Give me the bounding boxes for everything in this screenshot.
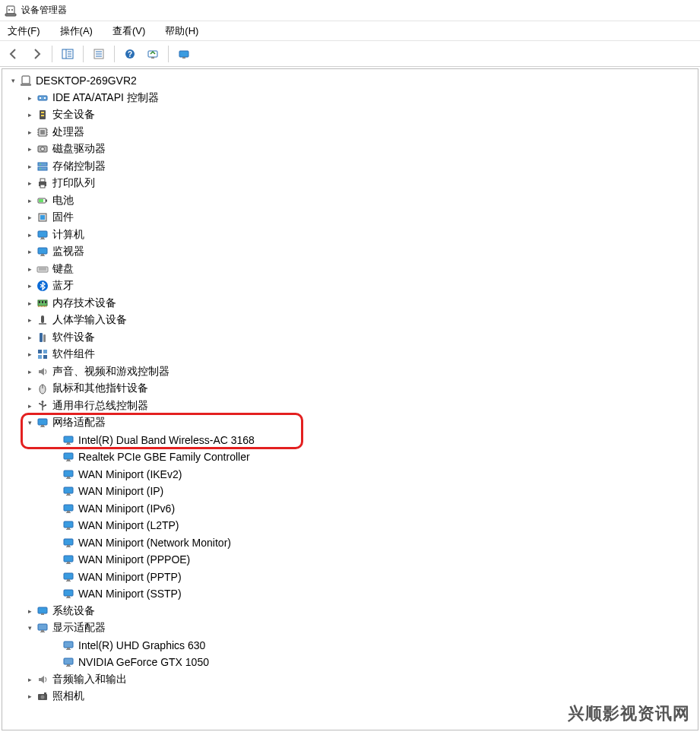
tree-node[interactable]: ▸ 计算机 — [2, 227, 698, 244]
tree-node[interactable]: WAN Miniport (PPTP) — [2, 569, 698, 586]
menu-help[interactable]: 帮助(H) — [162, 23, 201, 40]
expand-network[interactable]: ▾ — [24, 417, 36, 429]
computer-icon — [36, 229, 49, 241]
tree-node[interactable]: ▸ 内存技术设备 — [2, 295, 698, 312]
tree-node[interactable]: ▸ 键盘 — [2, 261, 698, 278]
network-item-label: WAN Miniport (IP) — [78, 485, 163, 497]
storage-icon — [36, 160, 49, 173]
tree-node[interactable]: WAN Miniport (IPv6) — [2, 500, 698, 518]
expand-swdev[interactable]: ▸ — [24, 331, 36, 344]
expand-keyboard[interactable]: ▸ — [24, 263, 36, 275]
expand-system-devices[interactable]: ▸ — [24, 605, 36, 617]
toolbar-separator — [83, 46, 84, 62]
tree-node[interactable]: ▸ 软件设备 — [2, 329, 698, 347]
firmware-icon — [36, 211, 49, 223]
tree-node[interactable]: Intel(R) Dual Band Wireless-AC 3168 — [2, 432, 698, 449]
expand-swcomp[interactable]: ▸ — [24, 348, 36, 360]
tree-node[interactable]: WAN Miniport (PPPOE) — [2, 551, 698, 569]
network-adapter-icon — [62, 468, 75, 480]
expand-disk[interactable]: ▸ — [24, 143, 36, 155]
network-item-label: WAN Miniport (L2TP) — [78, 519, 179, 531]
tree-node[interactable]: ▸ 通用串行总线控制器 — [2, 398, 698, 415]
update-driver-button[interactable] — [173, 43, 195, 65]
tree-node[interactable]: ▾ 显示适配器 — [2, 620, 698, 637]
category-label: 打印队列 — [52, 176, 95, 190]
forward-button[interactable] — [26, 43, 47, 65]
network-adapter-icon — [62, 502, 75, 515]
expand-battery[interactable]: ▸ — [24, 195, 36, 207]
tree-node[interactable]: ▸ 监视器 — [2, 243, 698, 261]
tree-node[interactable]: WAN Miniport (L2TP) — [2, 517, 698, 534]
tree-node[interactable]: ▸ 蓝牙 — [2, 277, 698, 295]
category-label: 磁盘驱动器 — [52, 142, 106, 156]
menu-action[interactable]: 操作(A) — [57, 23, 96, 40]
expand-audio[interactable]: ▸ — [24, 366, 36, 378]
tree-node[interactable]: ▸ 固件 — [2, 209, 698, 227]
svg-point-3 — [11, 9, 13, 11]
category-label: 软件组件 — [52, 347, 95, 361]
tree-node[interactable]: ▸ 存储控制器 — [2, 158, 698, 176]
tree-node[interactable]: ▸ 安全设备 — [2, 106, 698, 124]
tree-node[interactable]: ▸ 音频输入和输出 — [2, 671, 698, 689]
expand-ide[interactable]: ▸ — [24, 92, 36, 104]
expand-computer[interactable]: ▾ — [7, 74, 19, 87]
svg-rect-18 — [182, 57, 185, 59]
tree-node[interactable]: Realtek PCIe GBE Family Controller — [2, 448, 698, 466]
hid-icon — [36, 314, 49, 326]
category-label: 处理器 — [52, 125, 84, 139]
tree-node[interactable]: ▸ 人体学输入设备 — [2, 312, 698, 329]
tree-node[interactable]: WAN Miniport (IP) — [2, 483, 698, 500]
tree-node[interactable]: ▾ 网络适配器 — [2, 414, 698, 432]
expand-mouse[interactable]: ▸ — [24, 382, 36, 395]
menu-file[interactable]: 文件(F) — [5, 23, 43, 40]
tree-node[interactable]: ▸ 声音、视频和游戏控制器 — [2, 363, 698, 381]
category-label: 键盘 — [52, 262, 74, 276]
expand-display-adapters[interactable]: ▾ — [24, 622, 36, 634]
expand-memory[interactable]: ▸ — [24, 297, 36, 309]
tree-node[interactable]: ▸ IDE ATA/ATAPI 控制器 — [2, 90, 698, 107]
expand-firmware[interactable]: ▸ — [24, 211, 36, 223]
tree-node[interactable]: ▸ 鼠标和其他指针设备 — [2, 380, 698, 398]
properties-button[interactable] — [88, 43, 109, 65]
expand-hid[interactable]: ▸ — [24, 314, 36, 326]
tree-node[interactable]: WAN Miniport (IKEv2) — [2, 466, 698, 483]
svg-rect-0 — [7, 6, 14, 14]
expand-monitor[interactable]: ▸ — [24, 246, 36, 258]
expand-security[interactable]: ▸ — [24, 109, 36, 121]
display-adapter-icon — [62, 639, 75, 651]
scan-hardware-button[interactable] — [142, 43, 163, 65]
svg-rect-1 — [5, 14, 16, 16]
tree-node[interactable]: ▸ 处理器 — [2, 124, 698, 141]
expand-cpu[interactable]: ▸ — [24, 126, 36, 138]
expand-storage[interactable]: ▸ — [24, 160, 36, 173]
network-item-label: WAN Miniport (PPPOE) — [78, 553, 190, 566]
tree-node[interactable]: ▸ 打印队列 — [2, 175, 698, 192]
print-icon — [36, 177, 49, 189]
tree-node[interactable]: WAN Miniport (SSTP) — [2, 585, 698, 603]
tree-node[interactable]: ▸ 系统设备 — [2, 603, 698, 620]
mouse-icon — [36, 382, 49, 395]
tree-node[interactable]: ▸ 磁盘驱动器 — [2, 141, 698, 158]
back-button[interactable] — [3, 43, 24, 65]
expand-computer[interactable]: ▸ — [24, 229, 36, 241]
tree-node[interactable]: ▾ DESKTOP-269GVR2 — [2, 72, 698, 90]
menu-bar: 文件(F) 操作(A) 查看(V) 帮助(H) — [0, 21, 700, 41]
tree-node[interactable]: NVIDIA GeForce GTX 1050 — [2, 654, 698, 671]
tree-node[interactable]: ▸ 软件组件 — [2, 346, 698, 363]
expand-usb[interactable]: ▸ — [24, 400, 36, 412]
expand-audio-io[interactable]: ▸ — [24, 673, 36, 686]
tree-node[interactable]: Intel(R) UHD Graphics 630 — [2, 637, 698, 654]
expand-camera[interactable]: ▸ — [24, 690, 36, 702]
category-label: 计算机 — [52, 228, 84, 242]
tree-node[interactable]: ▸ 电池 — [2, 192, 698, 210]
expand-print[interactable]: ▸ — [24, 177, 36, 189]
menu-view[interactable]: 查看(V) — [109, 23, 148, 40]
expand-bluetooth[interactable]: ▸ — [24, 280, 36, 292]
toolbar-separator — [114, 46, 115, 62]
show-hide-tree-button[interactable] — [57, 43, 78, 65]
help-button[interactable]: ? — [119, 43, 141, 65]
root-label: DESKTOP-269GVR2 — [36, 74, 137, 87]
camera-icon — [36, 690, 49, 702]
tree-node[interactable]: WAN Miniport (Network Monitor) — [2, 534, 698, 552]
swcomp-icon — [36, 348, 49, 360]
